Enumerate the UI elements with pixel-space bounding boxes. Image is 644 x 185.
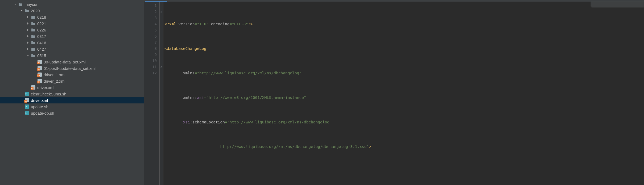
- tree-item-label: driver_1.xml: [44, 73, 65, 77]
- folder-icon: [31, 27, 36, 32]
- xml-file-icon: [37, 79, 42, 83]
- line-number[interactable]: 3: [144, 15, 157, 21]
- tree-item-label: 2020: [31, 9, 40, 13]
- line-number[interactable]: 10: [144, 58, 157, 64]
- tree-item-label: 0515: [37, 53, 46, 58]
- tree-item-label: update.sh: [31, 104, 48, 109]
- eq: =: [195, 71, 197, 75]
- folder-icon: [31, 21, 36, 26]
- eq: =: [225, 120, 227, 124]
- colon: :: [190, 120, 192, 124]
- expander-placeholder: [32, 79, 36, 83]
- tree-item-driver-2-xml[interactable]: driver_2.xml: [0, 78, 144, 84]
- folder-icon: [24, 8, 29, 13]
- tree-item-0221[interactable]: 0221: [0, 20, 144, 27]
- val-schemaloc-1: "http://www.liquibase.org/xml/ns/dbchang…: [227, 120, 329, 124]
- expander-icon[interactable]: [26, 15, 30, 19]
- pi-name: xml: [169, 22, 176, 26]
- indent: [164, 144, 220, 149]
- line-number[interactable]: 1: [144, 3, 157, 9]
- tree-item-clearCheckSums-sh[interactable]: clearCheckSums.sh: [0, 91, 144, 97]
- app-root: maycur2020021802210226031704160427051500…: [0, 0, 644, 185]
- tree-item-driver-xml[interactable]: driver.xml: [0, 84, 144, 91]
- fold-gutter[interactable]: ⊖⊖: [160, 2, 163, 185]
- val-version: "1.0": [197, 22, 209, 26]
- line-number[interactable]: 9: [144, 52, 157, 58]
- folder-icon: [31, 15, 36, 19]
- expander-icon[interactable]: [26, 22, 30, 25]
- eq: =: [204, 95, 206, 100]
- tree-item-label: driver.xml: [37, 85, 54, 90]
- editor-body: 123456789101112 ⊖⊖ <?xml version="1.0" e…: [144, 2, 644, 185]
- line-number[interactable]: 2: [144, 9, 157, 15]
- fold-placeholder: [160, 39, 163, 46]
- attr-xmlns: xmlns: [183, 71, 195, 75]
- line-number[interactable]: 11: [144, 64, 157, 70]
- expander-icon[interactable]: [13, 2, 17, 6]
- tree-item-0226[interactable]: 0226: [0, 27, 144, 33]
- expander-placeholder: [20, 111, 23, 115]
- fold-toggle-icon[interactable]: ⊖: [160, 64, 163, 70]
- shell-file-icon: [24, 111, 29, 115]
- line-number[interactable]: 7: [144, 39, 157, 46]
- indent: [164, 95, 183, 100]
- floating-widget[interactable]: [591, 2, 644, 7]
- fold-placeholder: [160, 21, 163, 27]
- tree-item-00-update-data-set-xml[interactable]: 00-update-data_set.xml: [0, 59, 144, 65]
- line-number[interactable]: 6: [144, 33, 157, 39]
- tree-item-label: 0218: [37, 15, 46, 19]
- expander-icon[interactable]: [26, 34, 30, 38]
- folder-icon: [31, 40, 36, 45]
- val-schemaloc-2: http://www.liquibase.org/xml/ns/dbchange…: [220, 144, 369, 149]
- tree-item-2020[interactable]: 2020: [0, 7, 144, 14]
- line-number[interactable]: 12: [144, 70, 157, 76]
- tree-item-update-db-sh[interactable]: update-db.sh: [0, 110, 144, 116]
- attr-version: version: [176, 22, 195, 26]
- tree-item-maycur[interactable]: maycur: [0, 1, 144, 7]
- tree-item-0427[interactable]: 0427: [0, 46, 144, 52]
- line-number[interactable]: 5: [144, 27, 157, 33]
- tree-item-0317[interactable]: 0317: [0, 33, 144, 39]
- folder-icon: [31, 34, 36, 39]
- expander-placeholder: [20, 98, 23, 102]
- val-xmlns: "http://www.liquibase.org/xml/ns/dbchang…: [197, 71, 302, 75]
- tree-item-driver-xml[interactable]: driver.xml: [0, 97, 144, 103]
- tree-item-label: 0221: [37, 21, 46, 26]
- xml-file-icon: [37, 59, 42, 64]
- eq: =: [195, 22, 197, 26]
- fold-placeholder: [160, 27, 163, 33]
- attr-ns-local: xsi: [197, 95, 204, 100]
- tree-item-0218[interactable]: 0218: [0, 14, 144, 20]
- tree-item-label: driver.xml: [31, 98, 48, 103]
- fold-placeholder: [160, 33, 163, 39]
- expander-icon[interactable]: [26, 54, 30, 57]
- expander-icon[interactable]: [20, 9, 23, 13]
- shell-file-icon: [24, 91, 29, 96]
- tree-item-label: 00-update-data_set.xml: [44, 60, 86, 64]
- expander-icon[interactable]: [26, 47, 30, 51]
- tree-item-0416[interactable]: 0416: [0, 39, 144, 46]
- folder-icon: [31, 47, 36, 51]
- expander-icon[interactable]: [26, 41, 30, 45]
- folder-icon: [31, 53, 36, 58]
- fold-toggle-icon[interactable]: ⊖: [160, 9, 163, 15]
- line-number-gutter[interactable]: 123456789101112: [144, 2, 160, 185]
- tree-item-0515[interactable]: 0515: [0, 52, 144, 59]
- fold-placeholder: [160, 15, 163, 21]
- tree-item-label: 0427: [37, 47, 46, 51]
- fold-placeholder: [160, 46, 163, 52]
- tag-close: >: [369, 144, 371, 149]
- tree-item-label: maycur: [24, 2, 38, 7]
- line-number[interactable]: 8: [144, 46, 157, 52]
- code-editor[interactable]: <?xml version="1.0" encoding="UTF-8"?> <…: [163, 2, 644, 185]
- project-tree[interactable]: maycur2020021802210226031704160427051500…: [0, 0, 144, 185]
- editor-area: 123456789101112 ⊖⊖ <?xml version="1.0" e…: [144, 0, 644, 185]
- tree-item-label: driver_2.xml: [44, 79, 65, 83]
- line-number[interactable]: 4: [144, 21, 157, 27]
- attr-encoding: encoding: [209, 22, 230, 26]
- expander-placeholder: [32, 73, 36, 77]
- tree-item-driver-1-xml[interactable]: driver_1.xml: [0, 71, 144, 78]
- tree-item-update-sh[interactable]: update.sh: [0, 103, 144, 110]
- expander-icon[interactable]: [26, 28, 30, 32]
- tree-item-01-postf-update-data-set-xml[interactable]: 01-postf-update-data_set.xml: [0, 65, 144, 71]
